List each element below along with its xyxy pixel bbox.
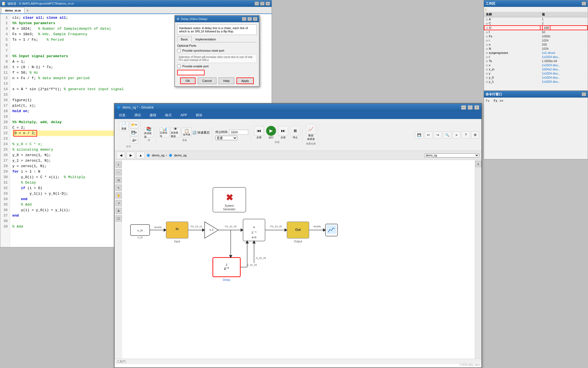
select-btn[interactable]: ↖ bbox=[116, 185, 122, 191]
workspace-row: ⊞y_01x1024 dou... bbox=[484, 76, 587, 80]
file-section-label: 文件 bbox=[126, 145, 131, 148]
command-expand-btn[interactable]: ↕ bbox=[582, 92, 586, 96]
enable-port-checkbox[interactable] bbox=[177, 65, 181, 68]
step-back-btn[interactable]: ⏮ bbox=[254, 126, 264, 136]
svg-text:z⁻¹: z⁻¹ bbox=[224, 266, 229, 271]
breadcrumb-item2[interactable]: demo_sg bbox=[174, 154, 186, 157]
zoom-in-btn[interactable]: + bbox=[116, 162, 122, 168]
apply-button[interactable]: Apply bbox=[236, 78, 254, 84]
workspace-header: 名称 值 bbox=[484, 12, 587, 17]
menu-format[interactable]: 格式 bbox=[161, 111, 176, 119]
editor-title-bar: 📝 编辑器 - E:\MATLAB\Projects\WFCTA\demo_m.… bbox=[0, 0, 272, 7]
ok-button[interactable]: OK bbox=[180, 78, 196, 84]
dialog-tab-implementation[interactable]: Implementation bbox=[192, 37, 219, 42]
menu-debug[interactable]: 调试 bbox=[130, 111, 145, 119]
toolbar-right-icons: 💾 ↩ ↪ 🔍 » ? ⚙ bbox=[415, 131, 479, 139]
fit-btn[interactable]: ⊡ bbox=[116, 177, 122, 183]
step-fwd-group: ⏭ 步进 bbox=[278, 126, 288, 139]
optional-ports-label: Optional Ports bbox=[177, 44, 196, 47]
editor-min-btn[interactable]: — bbox=[255, 2, 259, 5]
workspace-row: ⊞y_11x1024 dou... bbox=[484, 80, 587, 84]
data-inspector-btn[interactable]: 📈 bbox=[306, 124, 316, 134]
cancel-button[interactable]: Cancel bbox=[198, 78, 216, 84]
svg-text:In: In bbox=[176, 227, 179, 231]
toolbar-help-icon[interactable]: ? bbox=[462, 131, 470, 139]
breadcrumb-back-btn[interactable]: ◀ bbox=[117, 152, 125, 159]
svg-text:Fix_32_28: Fix_32_28 bbox=[225, 225, 236, 228]
dialog-min-btn[interactable]: — bbox=[242, 17, 246, 21]
menu-block[interactable]: 模块 bbox=[191, 111, 207, 119]
new-btn[interactable]: 📄 新建 bbox=[119, 121, 129, 131]
workspace-cell-name: ⊞y_0 bbox=[484, 76, 540, 80]
sim-main-canvas[interactable]: x_in x_in double In Input Fix_16_14 x 2 … bbox=[122, 160, 475, 359]
toolbar-redo-icon[interactable]: ↪ bbox=[434, 131, 442, 139]
menu-modeling[interactable]: 建模 bbox=[145, 111, 161, 119]
command-body[interactable]: fx fx >> bbox=[484, 98, 588, 105]
library-btn[interactable]: 📚 库浏览器 bbox=[144, 128, 154, 137]
svg-text:Input: Input bbox=[174, 240, 180, 243]
menu-app[interactable]: APP bbox=[176, 111, 191, 119]
toolbar-settings-icon[interactable]: ⚙ bbox=[471, 131, 479, 139]
menu-simulation[interactable]: 仿真 bbox=[115, 111, 130, 119]
workspace-row: ⊞f50 bbox=[484, 30, 587, 34]
sync-reset-checkbox[interactable] bbox=[177, 49, 181, 52]
mode-select[interactable]: 普通 bbox=[215, 136, 237, 140]
editor-tab-main[interactable]: demo_m.m bbox=[1, 7, 24, 13]
toolbar-undo-icon[interactable]: ↩ bbox=[424, 131, 433, 139]
workspace-cell-name: ⊞sysgenguivars bbox=[484, 51, 540, 55]
checkbox-btn[interactable]: ☐ bbox=[116, 215, 122, 222]
workspace-expand-btn[interactable]: ↕ bbox=[582, 2, 586, 5]
workspace-cell-value: 1x1024 dou... bbox=[540, 80, 587, 84]
workspace-cell-name: ⊞D bbox=[484, 26, 540, 30]
signal-table-btn[interactable]: 📋 信号表 bbox=[182, 128, 191, 137]
dialog-tab-basic[interactable]: Basic bbox=[177, 37, 192, 42]
svg-text:double: double bbox=[313, 225, 321, 228]
open-btn[interactable]: 📂 ▾ bbox=[130, 121, 138, 128]
enable-port-checkbox-row: Provide enable port bbox=[177, 65, 257, 68]
editor-close-btn[interactable]: × bbox=[266, 2, 270, 5]
svg-text:ix_32_28: ix_32_28 bbox=[247, 264, 257, 266]
add-viewer-btn[interactable]: 👁 添加查看器 bbox=[171, 128, 180, 137]
workspace-row: ⊞C2 bbox=[484, 21, 587, 26]
dialog-title-bar: ⚙ Delay (Xilinx Delay) — □ × bbox=[175, 16, 259, 22]
editor-max-btn[interactable]: □ bbox=[260, 2, 264, 5]
breadcrumb-dropdown[interactable]: demo_sg bbox=[424, 153, 479, 157]
step-back-group: ⏮ 步退 bbox=[254, 126, 264, 139]
simulink-min-btn[interactable]: — bbox=[461, 105, 466, 110]
add-annotation-btn[interactable]: A bbox=[116, 208, 122, 214]
step-fwd-btn[interactable]: ⏭ bbox=[278, 126, 288, 136]
dialog-buttons: OK Cancel Help Apply bbox=[177, 78, 257, 84]
record-btn[interactable]: 📊 记录信号 bbox=[160, 128, 169, 137]
zoom-out-btn[interactable]: − bbox=[116, 169, 122, 175]
workspace-cell-name: ⊞A bbox=[484, 17, 540, 21]
stop-group: ⏹ 停止 bbox=[290, 126, 300, 139]
pan-btn[interactable]: ✋ bbox=[116, 192, 122, 198]
add-tab-btn[interactable]: + bbox=[24, 7, 30, 13]
run-btn[interactable]: ▶ bbox=[266, 126, 276, 136]
help-button[interactable]: Help bbox=[219, 78, 234, 84]
simulink-breadcrumb: ◀ ▶ ▲ 🔷 demo_sg › 🔷 demo_sg demo_sg bbox=[115, 151, 481, 160]
toolbar-more-icon[interactable]: » bbox=[452, 131, 461, 139]
right-sidebar-toggle[interactable]: ≡ bbox=[475, 161, 481, 167]
latency-input[interactable] bbox=[177, 70, 205, 75]
breadcrumb-icon2: 🔷 bbox=[169, 154, 172, 157]
dialog-max-btn[interactable]: □ bbox=[247, 17, 252, 21]
dialog-title-text: Delay (Xilinx Delay) bbox=[181, 17, 207, 21]
workspace-cell-name: ⊞N bbox=[484, 47, 540, 51]
breadcrumb-item1[interactable]: demo_sg bbox=[152, 154, 164, 157]
simulink-max-btn[interactable]: □ bbox=[468, 105, 473, 110]
simulink-close-btn[interactable]: × bbox=[474, 105, 479, 110]
save-btn[interactable]: 💾 ▾ bbox=[130, 129, 138, 136]
dialog-close-btn[interactable]: × bbox=[253, 17, 257, 21]
code-line-15 bbox=[12, 92, 269, 98]
toolbar-save-icon[interactable]: 💾 bbox=[415, 131, 423, 139]
toolbar-search-icon[interactable]: 🔍 bbox=[443, 131, 451, 139]
connect-btn[interactable]: ↗ bbox=[116, 200, 122, 206]
svg-text:a+b: a+b bbox=[252, 236, 257, 239]
stop-time-input[interactable] bbox=[229, 130, 248, 135]
stop-btn[interactable]: ⏹ bbox=[290, 126, 300, 136]
breadcrumb-fwd-btn[interactable]: ▶ bbox=[127, 152, 135, 159]
print-btn[interactable]: 🖨 ▾ bbox=[130, 137, 138, 144]
workspace-cell-name: ⊞i bbox=[484, 38, 540, 43]
breadcrumb-up-btn[interactable]: ▲ bbox=[136, 152, 145, 159]
